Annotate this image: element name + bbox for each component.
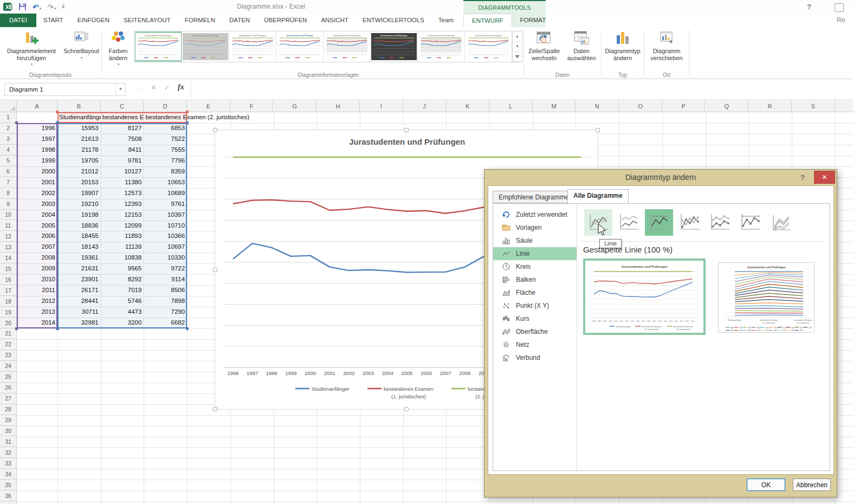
row-header-5[interactable]: 5: [0, 156, 17, 166]
sidebar-item-balken[interactable]: Balken: [493, 273, 577, 286]
row-header-4[interactable]: 4: [0, 145, 17, 156]
chart-selection-handle[interactable]: [213, 128, 217, 132]
tab-team[interactable]: Team: [431, 14, 461, 27]
row-header-27[interactable]: 27: [0, 393, 17, 404]
row-header-21[interactable]: 21: [0, 328, 17, 339]
tab-entwurf[interactable]: ENTWURF: [463, 14, 512, 27]
add-chart-element-button[interactable]: Diagrammelement hinzufügen▾: [1, 28, 62, 68]
subtype-line-3d-icon[interactable]: [766, 209, 794, 236]
row-header-2[interactable]: 2: [0, 123, 17, 134]
sidebar-item-fläche[interactable]: Fläche: [493, 286, 577, 299]
row-header-15[interactable]: 15: [0, 263, 17, 274]
undo-button[interactable]: ↶▾: [33, 2, 41, 12]
tab-empfohlene-diagramme[interactable]: Empfohlene Diagramme: [493, 191, 574, 203]
ribbon-display-options-icon[interactable]: [835, 3, 844, 12]
chart-selection-handle[interactable]: [404, 407, 409, 411]
tab-ansicht[interactable]: ANSICHT: [314, 14, 355, 27]
tab-format[interactable]: FORMAT: [512, 14, 554, 27]
column-header-R[interactable]: R: [748, 101, 792, 112]
range-handle[interactable]: [186, 327, 189, 330]
ok-button[interactable]: OK: [747, 479, 785, 491]
cancel-entry-icon[interactable]: ✕: [151, 83, 157, 92]
sidebar-item-kreis[interactable]: Kreis: [493, 260, 577, 273]
change-chart-type-button[interactable]: Diagrammtyp ändern: [602, 28, 643, 61]
quick-layout-button[interactable]: Schnelllayout▾: [63, 28, 100, 61]
row-header-6[interactable]: 6: [0, 166, 17, 177]
tab-seitenlayout[interactable]: SEITENLAYOUT: [117, 14, 178, 27]
sidebar-item-netz[interactable]: Netz: [493, 338, 577, 351]
column-header-K[interactable]: K: [446, 101, 489, 112]
redo-dropdown-icon[interactable]: ▾: [54, 7, 56, 10]
column-header-N[interactable]: N: [576, 101, 619, 112]
row-header-12[interactable]: 12: [0, 231, 17, 242]
name-box[interactable]: Diagramm 1 ▼: [4, 83, 126, 96]
row-header-18[interactable]: 18: [0, 296, 17, 307]
row-header-1[interactable]: 1: [0, 112, 17, 123]
column-header-O[interactable]: O: [619, 101, 662, 112]
range-handle[interactable]: [56, 121, 59, 124]
formula-input[interactable]: [191, 79, 853, 99]
sidebar-item-zuletzt-verwendet[interactable]: Zuletzt verwendet: [493, 208, 577, 221]
change-colors-button[interactable]: Farben ändern▾: [102, 28, 134, 68]
cancel-button[interactable]: Abbrechen: [793, 479, 831, 491]
range-handle[interactable]: [56, 327, 59, 330]
column-header-S[interactable]: S: [792, 101, 835, 112]
row-header-17[interactable]: 17: [0, 285, 17, 296]
sidebar-item-vorlagen[interactable]: Vorlagen: [493, 221, 577, 234]
range-handle[interactable]: [56, 111, 59, 113]
subtype-stacked-line-icon[interactable]: [615, 209, 643, 236]
chart-selection-handle[interactable]: [213, 268, 217, 272]
column-header-Q[interactable]: Q: [706, 101, 749, 112]
switch-row-column-button[interactable]: Zeile/Spalte wechseln: [526, 28, 563, 61]
help-icon[interactable]: ?: [807, 3, 811, 11]
column-header-F[interactable]: F: [230, 101, 274, 112]
row-header-20[interactable]: 20: [0, 318, 17, 328]
sidebar-item-punkt-x-y-[interactable]: Punkt (X Y): [493, 299, 577, 312]
tab-daten[interactable]: DATEN: [222, 14, 257, 27]
column-header-L[interactable]: L: [489, 101, 533, 112]
row-header-29[interactable]: 29: [0, 415, 17, 426]
column-header-I[interactable]: I: [360, 101, 403, 112]
column-header-partial[interactable]: [835, 101, 853, 112]
tab-start[interactable]: START: [36, 14, 70, 27]
column-header-H[interactable]: H: [316, 101, 360, 112]
column-header-P[interactable]: P: [662, 101, 706, 112]
column-header-G[interactable]: G: [274, 101, 317, 112]
column-header-D[interactable]: D: [144, 101, 187, 112]
range-handle[interactable]: [186, 111, 189, 113]
column-header-M[interactable]: M: [533, 101, 576, 112]
row-header-37[interactable]: 37: [0, 501, 17, 504]
redo-button[interactable]: ↷▾: [47, 2, 56, 12]
dialog-help-icon[interactable]: ?: [800, 170, 805, 185]
move-chart-button[interactable]: Diagramm verschieben: [645, 28, 688, 61]
column-header-E[interactable]: E: [187, 101, 230, 112]
range-handle[interactable]: [15, 121, 18, 124]
preview-stacked-line-100-swapped[interactable]: Jurastudenten und PrüfungenStudienanfäng…: [718, 262, 815, 333]
chart-selection-handle[interactable]: [404, 128, 409, 132]
tab-datei[interactable]: DATEI: [0, 14, 36, 27]
chart-selection-handle[interactable]: [596, 128, 600, 132]
row-header-9[interactable]: 9: [0, 199, 17, 210]
row-header-7[interactable]: 7: [0, 177, 17, 188]
select-data-button[interactable]: Daten auswählen: [564, 28, 599, 61]
sidebar-item-linie[interactable]: Linie: [493, 247, 577, 260]
row-header-23[interactable]: 23: [0, 350, 17, 361]
save-icon[interactable]: [18, 3, 27, 11]
row-header-14[interactable]: 14: [0, 253, 17, 263]
undo-dropdown-icon[interactable]: ▾: [40, 7, 42, 10]
row-header-24[interactable]: 24: [0, 361, 17, 372]
column-header-A[interactable]: A: [17, 101, 57, 112]
subtype-stacked-line-markers-icon[interactable]: [706, 209, 734, 236]
row-header-36[interactable]: 36: [0, 490, 17, 501]
select-all-corner[interactable]: [0, 101, 17, 112]
row-header-32[interactable]: 32: [0, 447, 17, 458]
row-header-34[interactable]: 34: [0, 469, 17, 480]
range-handle[interactable]: [15, 327, 18, 330]
insert-function-icon[interactable]: fx: [178, 83, 184, 92]
row-header-10[interactable]: 10: [0, 210, 17, 221]
row-header-13[interactable]: 13: [0, 242, 17, 253]
row-header-8[interactable]: 8: [0, 188, 17, 199]
row-header-25[interactable]: 25: [0, 372, 17, 383]
row-header-35[interactable]: 35: [0, 480, 17, 490]
column-header-C[interactable]: C: [101, 101, 144, 112]
